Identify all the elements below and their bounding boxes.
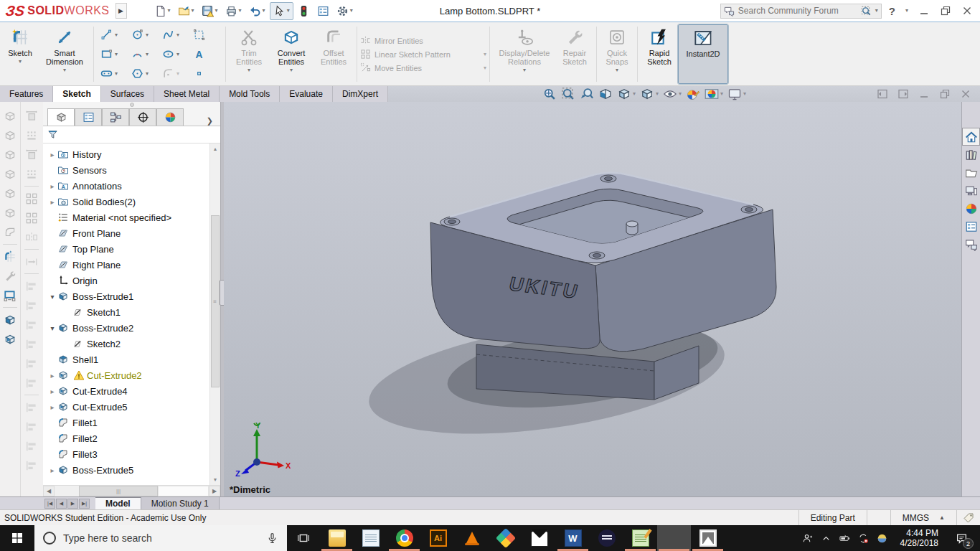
corner-rectangle-tool-button[interactable]: ▾ <box>98 45 128 64</box>
print-button[interactable]: ▾ <box>222 3 245 19</box>
tree-item-right-plane[interactable]: Right Plane <box>43 257 220 273</box>
mirror-entities-button[interactable]: Mirror Entities <box>360 35 486 46</box>
fm-tab-dimxpert-manager[interactable] <box>129 108 156 126</box>
align-d-toolbar-button[interactable] <box>25 456 38 475</box>
convert-caret-icon[interactable]: ▾ <box>290 67 293 73</box>
view-settings-button[interactable]: ▾ <box>727 87 746 101</box>
expand-arrow-icon[interactable]: ▸ <box>47 151 57 159</box>
task-pane-appearances-button[interactable] <box>962 199 980 217</box>
trim-caret-icon[interactable]: ▾ <box>248 67 250 73</box>
task-pane-design-library-button[interactable] <box>962 146 980 164</box>
point-tool-button[interactable] <box>191 65 221 83</box>
tree-item-boss-extrude2[interactable]: ▾Boss-Extrude2 <box>43 320 220 336</box>
circle-caret-icon[interactable]: ▾ <box>146 32 149 38</box>
corner-rectangle-caret-icon[interactable]: ▾ <box>115 52 118 57</box>
sketch-button[interactable]: Sketch ▾ <box>1 24 39 84</box>
ellipse-tool-button[interactable]: ▾ <box>160 45 190 64</box>
display-style-caret-icon[interactable]: ▾ <box>656 91 659 97</box>
task-pane-file-explorer-button[interactable] <box>962 164 980 182</box>
taskbar-app-eclipse[interactable] <box>590 525 623 551</box>
tray-onedrive-button[interactable] <box>873 525 892 551</box>
expand-arrow-icon[interactable]: ▸ <box>47 372 57 380</box>
extruded-cut-toolbar-button[interactable] <box>4 329 17 349</box>
sketch-fillet-caret-icon[interactable]: ▾ <box>176 71 179 77</box>
expand-arrow-icon[interactable]: ▸ <box>47 198 57 206</box>
help-caret-icon[interactable]: ▾ <box>905 8 908 14</box>
undo-button[interactable]: ▾ <box>246 3 268 19</box>
minimize-button[interactable] <box>918 5 930 17</box>
filter-funnel-icon[interactable] <box>47 129 58 140</box>
mirror-x-toolbar-button[interactable] <box>25 227 38 247</box>
action-center-button[interactable]: 2 <box>947 525 976 551</box>
display-delete-relations-button[interactable]: Display/Delete Relations ▾ <box>493 24 556 84</box>
dropdown-caret-icon[interactable]: ▾ <box>215 8 218 14</box>
view-orientation-button[interactable]: ▾ <box>617 87 636 101</box>
h-scrollbar-thumb[interactable]: ||| <box>79 486 158 496</box>
save-button[interactable]: ▾ <box>199 3 221 19</box>
hide-show-items-button[interactable]: ▾ <box>663 87 682 101</box>
tree-item-sketch2[interactable]: Sketch2 <box>43 336 220 352</box>
tree-item-shell1[interactable]: Shell1 <box>43 352 220 367</box>
search-dropdown-caret-icon[interactable]: ▾ <box>875 8 878 14</box>
ribbon-tab-features[interactable]: Features <box>0 86 53 102</box>
instant2d-button[interactable]: Instant2D <box>678 24 728 84</box>
dim-d-toolbar-button[interactable] <box>25 164 38 184</box>
spline-caret-icon[interactable]: ▾ <box>176 32 179 38</box>
tray-sync-error-button[interactable] <box>854 525 873 551</box>
pattern-box-tool-button[interactable] <box>191 26 221 44</box>
view-cube-toolbar-button[interactable] <box>4 184 17 203</box>
quick-snaps-button[interactable]: Quick Snaps ▾ <box>600 24 634 84</box>
polygon-caret-icon[interactable]: ▾ <box>146 71 149 77</box>
rebuild-traffic-light-button[interactable] <box>295 3 313 19</box>
fm-tab-property-manager[interactable] <box>75 108 102 126</box>
move-entities-button[interactable]: Move Entities ▾ <box>360 62 486 73</box>
panel-resize-dot[interactable] <box>43 102 220 108</box>
align-c-toolbar-button[interactable] <box>25 315 38 334</box>
align-c-toolbar-button[interactable] <box>25 436 38 456</box>
align-a-toolbar-button[interactable] <box>25 276 38 296</box>
fm-tabs-overflow-button[interactable]: ❯ <box>207 116 220 126</box>
tree-item-sensors[interactable]: Sensors <box>43 162 220 178</box>
move-entities-caret-icon[interactable]: ▾ <box>484 65 486 71</box>
taskbar-app-illustrator[interactable] <box>421 525 455 551</box>
expand-arrow-icon[interactable]: ▸ <box>47 466 57 474</box>
tree-item-cut-extrude5[interactable]: ▸Cut-Extrude5 <box>43 399 220 415</box>
tag-button[interactable] <box>956 510 980 525</box>
tree-item-origin[interactable]: Origin <box>43 273 220 288</box>
tree-item-fillet2[interactable]: Fillet2 <box>43 430 220 446</box>
straight-slot-caret-icon[interactable]: ▾ <box>115 71 118 77</box>
pat-b-toolbar-button[interactable] <box>25 208 38 227</box>
ellipse-caret-icon[interactable]: ▾ <box>176 52 179 57</box>
tree-item-annotations[interactable]: ▸Annotations <box>43 178 220 194</box>
taskbar-app-quartus[interactable] <box>489 525 522 551</box>
next-tab-button[interactable]: ▶ <box>67 499 78 509</box>
tree-item-solid-bodies-2[interactable]: ▸Solid Bodies(2) <box>43 194 220 209</box>
scroll-down-arrow-icon[interactable]: ▼ <box>210 474 220 485</box>
ribbon-tab-sketch[interactable]: Sketch <box>53 86 100 102</box>
dim-a-toolbar-button[interactable] <box>25 106 38 126</box>
prev-tab-button[interactable]: ◀ <box>56 499 67 509</box>
edit-appearance-button[interactable] <box>686 87 700 101</box>
doc-close-button[interactable] <box>960 88 971 100</box>
menu-flyout-button[interactable]: ▶ <box>116 3 127 19</box>
view-cube-toolbar-button[interactable] <box>4 145 17 164</box>
taskbar-app-photos[interactable] <box>691 525 725 551</box>
zoom-to-area-button[interactable] <box>561 87 575 101</box>
taskbar-app-vlc[interactable] <box>455 525 489 551</box>
unit-system-selector[interactable]: MMGS▲ <box>890 510 956 525</box>
restore-button[interactable] <box>940 5 951 17</box>
tree-item-sketch1[interactable]: Sketch1 <box>43 304 220 320</box>
microphone-icon[interactable] <box>266 532 278 545</box>
section-view-button[interactable] <box>598 87 613 101</box>
repair-sketch-toolbar-button[interactable] <box>4 266 17 286</box>
expand-arrow-icon[interactable]: ▸ <box>47 387 57 395</box>
display-style-button[interactable]: ▾ <box>640 87 659 101</box>
viewport-3d-model[interactable]: UKITU <box>224 102 961 496</box>
dropdown-caret-icon[interactable]: ▾ <box>263 8 265 14</box>
pane-left-button[interactable] <box>877 88 888 100</box>
apply-scene-button[interactable]: ▾ <box>705 87 723 101</box>
quick-snaps-caret-icon[interactable]: ▾ <box>616 67 618 73</box>
previous-view-button[interactable] <box>580 87 594 101</box>
dim-b-toolbar-button[interactable] <box>25 126 38 145</box>
view-cube-toolbar-button[interactable] <box>4 203 17 222</box>
